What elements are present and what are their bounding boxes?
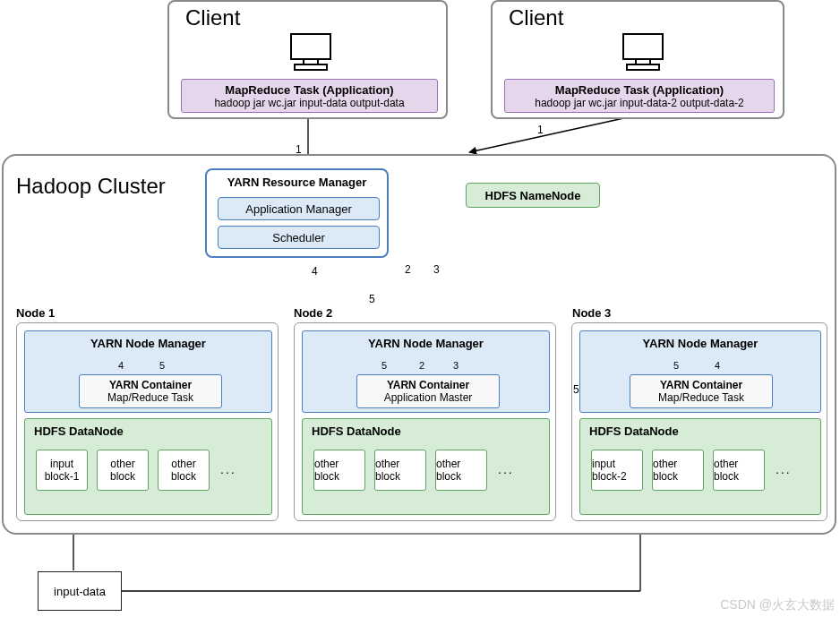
svg-rect-25 (636, 59, 650, 64)
svg-rect-24 (623, 34, 663, 59)
node2-num-r: 3 (453, 360, 459, 371)
node2-nm: YARN Node Manager (303, 337, 549, 350)
node2-ct-role: Application Master (384, 391, 473, 404)
node3-blk2: other block (713, 450, 765, 491)
node3-blk0: input block-2 (591, 450, 643, 491)
node2-num-l: 5 (381, 360, 387, 371)
edge-1a: 1 (296, 143, 302, 156)
client1-box: Client MapReduce Task (Application) hado… (167, 0, 448, 119)
blk-text: input block-2 (592, 458, 642, 483)
edge-5-left: 5 (369, 293, 375, 305)
node2-dn-title: HDFS DataNode (312, 424, 401, 438)
node1-ell: ... (220, 462, 236, 476)
rm-scheduler: Scheduler (218, 226, 380, 249)
rm-title: YARN Resource Manager (207, 176, 387, 189)
node1-nm: YARN Node Manager (25, 337, 271, 350)
input-data-box: input-data (38, 571, 122, 611)
node2-blk1: other block (374, 450, 426, 491)
node2: YARN Node Manager 5 2 3 YARN Container A… (294, 322, 556, 521)
client2-task-title: MapReduce Task (Application) (555, 83, 724, 97)
blk-text: other block (436, 458, 486, 483)
node1-container: YARN Container Map/Reduce Task (79, 374, 222, 408)
node3-num-l: 5 (673, 360, 679, 371)
svg-rect-22 (304, 59, 318, 64)
node1-yarn: YARN Node Manager 4 5 YARN Container Map… (24, 330, 272, 413)
node1-blk2: other block (158, 450, 210, 491)
blk-text: other block (714, 458, 764, 483)
node2-datanode: HDFS DataNode other block other block ot… (302, 418, 550, 515)
node2-container: YARN Container Application Master (356, 374, 500, 408)
node2-blk0: other block (313, 450, 365, 491)
rm-appmgr: Application Manager (218, 197, 380, 220)
svg-rect-26 (627, 64, 659, 70)
node1-blk0: input block-1 (36, 450, 88, 491)
node3-label: Node 3 (572, 306, 611, 320)
node1-blk1: other block (97, 450, 149, 491)
client2-title: Client (509, 5, 563, 30)
client1-title: Client (185, 5, 240, 30)
edge-5b: 5 (573, 383, 579, 396)
edge-4: 4 (312, 265, 318, 278)
node2-yarn: YARN Node Manager 5 2 3 YARN Container A… (302, 330, 550, 413)
node2-num-m: 2 (419, 360, 424, 371)
client1-task: MapReduce Task (Application) hadoop jar … (181, 79, 438, 113)
node1-dn-title: HDFS DataNode (34, 424, 124, 438)
client1-task-title: MapReduce Task (Application) (225, 83, 393, 97)
node2-label: Node 2 (294, 306, 332, 320)
client1-task-cmd: hadoop jar wc.jar input-data output-data (214, 97, 404, 109)
client2-box: Client MapReduce Task (Application) hado… (491, 0, 784, 119)
svg-line-1 (469, 116, 636, 152)
client2-task-cmd: hadoop jar wc.jar input-data-2 output-da… (535, 97, 743, 109)
node3-ct-title: YARN Container (660, 379, 742, 391)
watermark: CSDN @火玄大数据 (720, 597, 835, 613)
edge-2: 2 (405, 263, 411, 276)
blk-text: other block (314, 458, 364, 483)
node2-ct-title: YARN Container (387, 379, 469, 391)
node3-yarn: YARN Node Manager 5 4 YARN Container Map… (579, 330, 821, 413)
edge-3: 3 (433, 263, 440, 276)
hdfs-namenode: HDFS NameNode (466, 183, 600, 208)
svg-rect-23 (295, 64, 327, 70)
svg-rect-21 (291, 34, 330, 59)
node2-ell: ... (498, 462, 514, 476)
node3-dn-title: HDFS DataNode (589, 424, 679, 438)
monitor-icon (286, 32, 336, 73)
blk-text: input block-1 (37, 458, 87, 483)
blk-text: other block (375, 458, 425, 483)
node1-ct-role: Map/Reduce Task (107, 391, 193, 404)
node3-num-r: 4 (715, 360, 720, 371)
blk-text: other block (653, 458, 703, 483)
node2-blk2: other block (435, 450, 487, 491)
yarn-rm: YARN Resource Manager Application Manage… (205, 168, 389, 258)
node3-ell: ... (776, 462, 792, 476)
node3-datanode: HDFS DataNode input block-2 other block … (579, 418, 821, 515)
monitor-icon (618, 32, 668, 73)
hadoop-cluster: Hadoop Cluster YARN Resource Manager App… (2, 154, 836, 535)
node1-ct-title: YARN Container (109, 379, 192, 391)
edge-1b: 1 (537, 124, 544, 136)
blk-text: other block (159, 458, 209, 483)
node1-num-r: 5 (159, 360, 165, 371)
node3-nm: YARN Node Manager (580, 337, 820, 350)
node3-blk1: other block (652, 450, 704, 491)
cluster-title: Hadoop Cluster (16, 174, 166, 199)
client2-task: MapReduce Task (Application) hadoop jar … (504, 79, 775, 113)
node3-ct-role: Map/Reduce Task (658, 391, 744, 404)
node3: YARN Node Manager 5 4 YARN Container Map… (571, 322, 827, 521)
node1: YARN Node Manager 4 5 YARN Container Map… (16, 322, 279, 521)
node3-container: YARN Container Map/Reduce Task (630, 374, 773, 408)
node1-label: Node 1 (16, 306, 55, 320)
node1-datanode: HDFS DataNode input block-1 other block … (24, 418, 272, 515)
blk-text: other block (98, 458, 148, 483)
node1-num-l: 4 (118, 360, 124, 371)
